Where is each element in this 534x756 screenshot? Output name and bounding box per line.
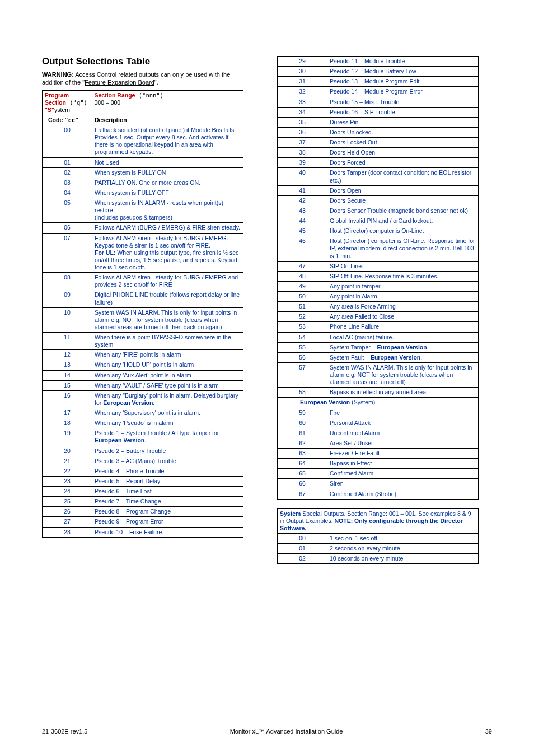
table-row: 46Host (Director ) computer is Off-Line.… bbox=[278, 236, 479, 261]
table-row: 07Follows ALARM siren - steady for BURG … bbox=[43, 233, 243, 273]
table-row: 11When there is a point BYPASSED somewhe… bbox=[43, 333, 243, 350]
table-row: 14When any 'Aux Alert' point is in alarm bbox=[43, 370, 243, 380]
table-row: 63Freezer / Fire Fault bbox=[278, 449, 479, 459]
table-row: 00Fallback sonalert (at control panel) i… bbox=[43, 125, 243, 158]
table-row: 08Follows ALARM siren - steady for BURG … bbox=[43, 273, 243, 290]
table-row: 17When any 'Supervisory' point is in ala… bbox=[43, 408, 243, 418]
left-column: Output Selections Table WARNING: Access … bbox=[42, 56, 243, 564]
table-row: 05When system is IN ALARM - resets when … bbox=[43, 198, 243, 223]
table-row: 27Pseudo 9 – Program Error bbox=[43, 517, 243, 527]
table-row: 52Any area Failed to Close bbox=[278, 312, 479, 322]
table-row: 48SIP Off-Line. Response time is 3 minut… bbox=[278, 271, 479, 281]
table-row: 43Doors Sensor Trouble (magnetic bond se… bbox=[278, 206, 479, 216]
table-row: 50Any point in Alarm. bbox=[278, 292, 479, 302]
table-row: 001 sec on, 1 sec off bbox=[278, 534, 479, 544]
table-row: 30Pseudo 12 – Module Battery Low bbox=[278, 67, 479, 77]
table-row: 34Pseudo 16 – SIP Trouble bbox=[278, 107, 479, 117]
table-row: 47SIP On-Line. bbox=[278, 261, 479, 271]
output-table-left: Program Section ("q") "S"ystem Section R… bbox=[42, 90, 243, 538]
footer-center: Monitor xL™ Advanced Installation Guide bbox=[230, 728, 343, 735]
table-row: 13When any 'HOLD UP' point is in alarm bbox=[43, 360, 243, 370]
table-row: 45Host (Director) computer is On-Line. bbox=[278, 226, 479, 236]
table-row: 64Bypass in Effect bbox=[278, 459, 479, 469]
table-row: 62Area Set / Unset bbox=[278, 438, 479, 448]
table-row: 02When system is FULLY ON bbox=[43, 167, 243, 178]
table-row: 61Unconfirmed Alarm bbox=[278, 428, 479, 438]
table-row: 29Pseudo 11 – Module Trouble bbox=[278, 57, 479, 67]
table-row: 32Pseudo 14 – Module Program Error bbox=[278, 87, 479, 97]
table-row: 10System WAS IN ALARM. This is only for … bbox=[43, 307, 243, 332]
table-row: 15When any 'VAULT / SAFE' type point is … bbox=[43, 380, 243, 390]
table-row: 12When any 'FIRE' point is in alarm bbox=[43, 350, 243, 360]
table-row: 57System WAS IN ALARM. This is only for … bbox=[278, 362, 479, 387]
table-row: 33Pseudo 15 – Misc. Trouble bbox=[278, 97, 479, 107]
table-row: 51Any area is Force Arming bbox=[278, 302, 479, 312]
table-row: 53Phone Line Failure bbox=[278, 322, 479, 332]
table-row: 49Any point in tamper. bbox=[278, 281, 479, 291]
table-row: 55System Tamper – European Version. bbox=[278, 342, 479, 352]
table-row: 66Siren bbox=[278, 479, 479, 489]
table-row: 28Pseudo 10 – Fuse Failure bbox=[43, 527, 243, 537]
table-row: 01Not Used bbox=[43, 157, 243, 167]
right-column: 29Pseudo 11 – Module Trouble30Pseudo 12 … bbox=[277, 56, 479, 564]
table-row: 24Pseudo 6 – Time Lost bbox=[43, 487, 243, 497]
table-row: 60Personal Attack bbox=[278, 418, 479, 428]
warning-text: WARNING: Access Control related outputs … bbox=[42, 71, 243, 87]
table-row: 40Doors Tamper (door contact condition: … bbox=[278, 168, 479, 185]
table-row: 21Pseudo 3 – AC (Mains) Trouble bbox=[43, 456, 243, 466]
table-row: 06Follows ALARM (BURG / EMERG) & FIRE si… bbox=[43, 223, 243, 233]
table-row: 31Pseudo 13 – Module Program Edit bbox=[278, 77, 479, 87]
system-special-outputs-table: System Special Outputs. Section Range: 0… bbox=[277, 508, 479, 564]
table-row: 58Bypass is in effect in any armed area. bbox=[278, 388, 479, 398]
table-row: 25Pseudo 7 – Time Change bbox=[43, 497, 243, 507]
table-row: 41Doors Open bbox=[278, 185, 479, 195]
table-row: 36Doors Unlocked. bbox=[278, 127, 479, 137]
table-row: 012 seconds on every minute bbox=[278, 544, 479, 554]
output-table-right: 29Pseudo 11 – Module Trouble30Pseudo 12 … bbox=[277, 56, 479, 500]
table-row: 26Pseudo 8 – Program Change bbox=[43, 507, 243, 517]
table-row: 35Duress Pin bbox=[278, 117, 479, 127]
table-row: 59Fire bbox=[278, 408, 479, 418]
table-row: 37Doors Locked Out bbox=[278, 138, 479, 148]
page-footer: 21-3602E rev1.5 Monitor xL™ Advanced Ins… bbox=[42, 728, 492, 735]
table-row: 39Doors Forced bbox=[278, 158, 479, 168]
table-row: 04When system is FULLY OFF bbox=[43, 188, 243, 198]
table-row: 44Global Invalid PIN and / orCard lockou… bbox=[278, 216, 479, 226]
table-row: 0210 seconds on every minute bbox=[278, 554, 479, 564]
footer-right: 39 bbox=[485, 728, 492, 735]
table-row: 19Pseudo 1 – System Trouble / All type t… bbox=[43, 428, 243, 446]
table-row: 22Pseudo 4 – Phone Trouble bbox=[43, 466, 243, 476]
table-row: 09Digital PHONE LINE trouble (follows re… bbox=[43, 290, 243, 307]
table-row: 16When any "Burglary' point is in alarm.… bbox=[43, 390, 243, 408]
table-row: 54Local AC (mains) failure. bbox=[278, 332, 479, 342]
table-row: 56System Fault – European Version. bbox=[278, 352, 479, 362]
table-row: 20Pseudo 2 – Battery Trouble bbox=[43, 446, 243, 456]
table-row: 38Doors Held Open bbox=[278, 148, 479, 158]
table-row: 03PARTIALLY ON. One or more areas ON. bbox=[43, 178, 243, 188]
table-row: 65Confirmed Alarm bbox=[278, 469, 479, 479]
table-row: 18When any 'Pseudo' is in alarm bbox=[43, 418, 243, 428]
section-heading: Output Selections Table bbox=[42, 56, 243, 67]
footer-left: 21-3602E rev1.5 bbox=[42, 728, 87, 735]
table-row: 23Pseudo 5 – Report Delay bbox=[43, 476, 243, 486]
table-row: 67Confirmed Alarm (Strobe) bbox=[278, 489, 479, 499]
table-row: 42Doors Secure bbox=[278, 195, 479, 206]
